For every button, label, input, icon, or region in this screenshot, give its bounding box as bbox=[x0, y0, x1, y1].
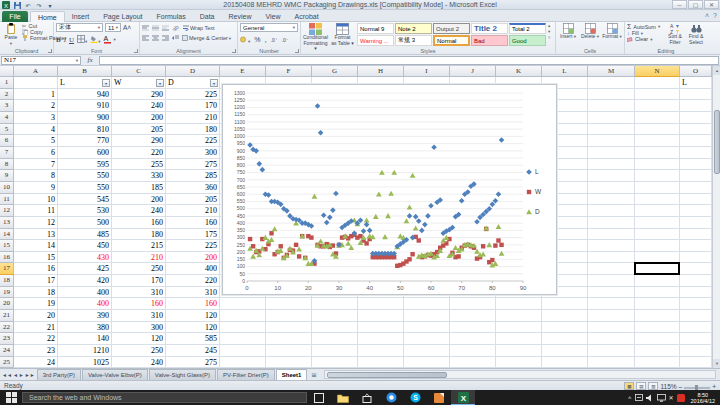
row-header-25[interactable]: 25 bbox=[0, 357, 14, 368]
grid-cell-B20[interactable]: 400 bbox=[58, 298, 112, 310]
column-header-I[interactable]: I bbox=[404, 66, 450, 77]
grid-cell-B9[interactable]: 550 bbox=[58, 170, 112, 182]
grid-cell-B7[interactable]: 600 bbox=[58, 147, 112, 159]
align-right-icon[interactable] bbox=[162, 35, 169, 41]
volume-icon[interactable] bbox=[646, 394, 654, 402]
grid-cell-D19[interactable]: 310 bbox=[166, 287, 220, 299]
grid-cell-N14[interactable] bbox=[635, 229, 680, 241]
grid-cell-C17[interactable]: 250 bbox=[112, 263, 166, 275]
chart[interactable]: 0501001502002503003504004505005506006507… bbox=[222, 84, 557, 295]
grid-cell-D9[interactable]: 285 bbox=[166, 170, 220, 182]
row-header-10[interactable]: 10 bbox=[0, 182, 14, 194]
row-header-1[interactable]: 1 bbox=[0, 77, 14, 89]
align-bottom-icon[interactable] bbox=[162, 25, 169, 31]
grid-cell-A8[interactable]: 7 bbox=[14, 159, 58, 171]
grid-cell-A5[interactable]: 4 bbox=[14, 124, 58, 136]
grid-cell-J23[interactable] bbox=[450, 333, 496, 345]
formula-input[interactable] bbox=[99, 56, 719, 65]
minimize-button[interactable]: ─ bbox=[672, 0, 687, 9]
increase-decimal-button[interactable]: .0⁺ bbox=[271, 37, 278, 43]
grid-cell-B4[interactable]: 900 bbox=[58, 112, 112, 124]
grid-cell-I25[interactable] bbox=[404, 357, 450, 368]
grid-cell-C19[interactable]: 310 bbox=[112, 287, 166, 299]
grid-cell-H24[interactable] bbox=[358, 345, 404, 357]
column-header-G[interactable]: G bbox=[312, 66, 358, 77]
row-header-12[interactable]: 12 bbox=[0, 205, 14, 217]
grid-cell-M17[interactable] bbox=[588, 263, 635, 275]
grid-cell-K22[interactable] bbox=[496, 322, 542, 334]
clipboard-dialog-launcher[interactable] bbox=[48, 49, 52, 53]
grid-cell-C20[interactable]: 160 bbox=[112, 298, 166, 310]
maximize-button[interactable]: ▢ bbox=[688, 0, 703, 9]
grid-cell-C7[interactable]: 220 bbox=[112, 147, 166, 159]
grid-cell-K23[interactable] bbox=[496, 333, 542, 345]
column-header-K[interactable]: K bbox=[496, 66, 542, 77]
grid-cell-F20[interactable] bbox=[266, 298, 312, 310]
grid-cell-O9[interactable] bbox=[680, 170, 712, 182]
grid-cell-C9[interactable]: 330 bbox=[112, 170, 166, 182]
ribbon-tab-review[interactable]: Review bbox=[222, 11, 259, 22]
row-header-16[interactable]: 16 bbox=[0, 252, 14, 264]
grid-cell-D14[interactable]: 175 bbox=[166, 229, 220, 241]
taskbar-clock[interactable]: 8:50 2016/4/12 bbox=[688, 392, 718, 404]
grid-cell-B24[interactable]: 1210 bbox=[58, 345, 112, 357]
grid-cell-D21[interactable]: 120 bbox=[166, 310, 220, 322]
grid-cell-B1[interactable]: L▾ bbox=[58, 77, 112, 89]
zoom-slider[interactable] bbox=[684, 387, 710, 389]
grid-cell-O4[interactable] bbox=[680, 112, 712, 124]
vertical-scrollbar[interactable]: ▲ ▼ bbox=[712, 66, 720, 368]
grid-cell-M3[interactable] bbox=[588, 100, 635, 112]
grid-cell-C25[interactable]: 240 bbox=[112, 357, 166, 368]
row-header-18[interactable]: 18 bbox=[0, 275, 14, 287]
grid-cell-N5[interactable] bbox=[635, 124, 680, 136]
grid-cell-B11[interactable]: 545 bbox=[58, 194, 112, 206]
grid-cell-C23[interactable]: 120 bbox=[112, 333, 166, 345]
grid-cell-M24[interactable] bbox=[588, 345, 635, 357]
notification-x-icon[interactable]: ✕ bbox=[669, 394, 674, 401]
borders-button[interactable]: ▾ bbox=[77, 35, 87, 44]
grid-cell-B22[interactable]: 380 bbox=[58, 322, 112, 334]
grid-cell-A22[interactable]: 21 bbox=[14, 322, 58, 334]
row-header-24[interactable]: 24 bbox=[0, 345, 14, 357]
ribbon-tab-formulas[interactable]: Formulas bbox=[150, 11, 193, 22]
column-header-C[interactable]: C bbox=[112, 66, 166, 77]
grid-cell-N19[interactable] bbox=[635, 287, 680, 299]
grid-cell-C18[interactable]: 170 bbox=[112, 275, 166, 287]
grid-cell-L22[interactable] bbox=[542, 322, 588, 334]
grid-cell-H21[interactable] bbox=[358, 310, 404, 322]
grid-cell-C14[interactable]: 180 bbox=[112, 229, 166, 241]
grid-cell-N7[interactable] bbox=[635, 147, 680, 159]
grid-cell-D13[interactable]: 160 bbox=[166, 217, 220, 229]
grid-cell-D10[interactable]: 360 bbox=[166, 182, 220, 194]
paste-button[interactable]: Paste▾ bbox=[2, 23, 20, 46]
grid-cell-A9[interactable]: 8 bbox=[14, 170, 58, 182]
save-icon[interactable] bbox=[13, 1, 21, 9]
file-explorer-button[interactable] bbox=[331, 390, 355, 405]
grid-cell-M20[interactable] bbox=[588, 298, 635, 310]
grid-cell-G23[interactable] bbox=[312, 333, 358, 345]
ribbon-tab-home[interactable]: Home bbox=[30, 11, 65, 22]
grid-cell-A21[interactable]: 20 bbox=[14, 310, 58, 322]
grid-cell-C24[interactable]: 250 bbox=[112, 345, 166, 357]
grid-cell-N8[interactable] bbox=[635, 159, 680, 171]
grid-cell-N6[interactable] bbox=[635, 135, 680, 147]
grid-cell-I23[interactable] bbox=[404, 333, 450, 345]
ribbon-tab-data[interactable]: Data bbox=[193, 11, 222, 22]
tray-expand-icon[interactable]: ˄ bbox=[628, 395, 632, 401]
last-sheet-icon[interactable]: ►► bbox=[25, 372, 35, 378]
ribbon-tab-acrobat[interactable]: Acrobat bbox=[288, 11, 326, 22]
row-header-19[interactable]: 19 bbox=[0, 287, 14, 299]
grid-cell-C12[interactable]: 240 bbox=[112, 205, 166, 217]
grid-cell-A2[interactable]: 1 bbox=[14, 89, 58, 101]
grid-cell-M18[interactable] bbox=[588, 275, 635, 287]
gallery-down-icon[interactable]: ▾ bbox=[548, 29, 550, 34]
row-header-3[interactable]: 3 bbox=[0, 100, 14, 112]
grid-cell-D8[interactable]: 275 bbox=[166, 159, 220, 171]
grid-cell-D15[interactable]: 225 bbox=[166, 240, 220, 252]
grid-cell-D18[interactable]: 220 bbox=[166, 275, 220, 287]
grid-cell-C10[interactable]: 185 bbox=[112, 182, 166, 194]
row-header-6[interactable]: 6 bbox=[0, 135, 14, 147]
grid-cell-O25[interactable] bbox=[680, 357, 712, 368]
grid-cell-C16[interactable]: 210 bbox=[112, 252, 166, 264]
style-chip[interactable]: Title 2 bbox=[471, 23, 508, 34]
